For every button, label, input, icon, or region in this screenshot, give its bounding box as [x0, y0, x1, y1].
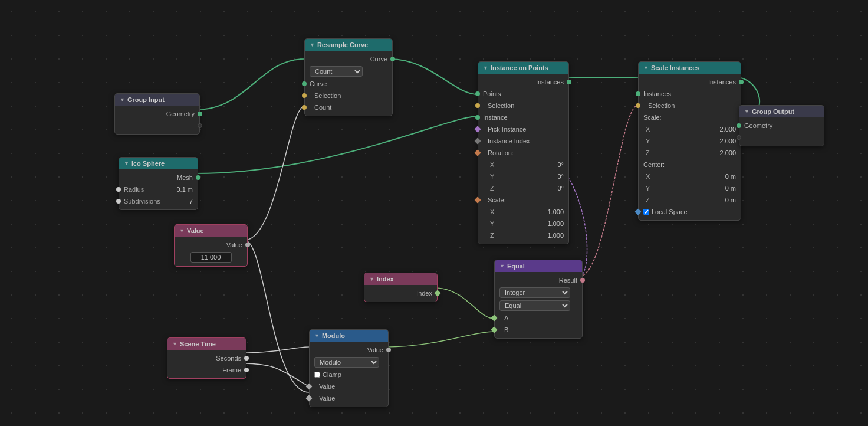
go-geometry-input: Geometry — [739, 120, 824, 132]
si-center-y: Y 0 m — [639, 182, 741, 194]
val-value-output: Value — [175, 239, 247, 251]
eq-a-socket[interactable] — [491, 314, 497, 321]
ico-radius-label: Radius — [124, 186, 176, 193]
si-cx-label: X — [646, 173, 725, 180]
instances-output-socket[interactable] — [567, 80, 571, 84]
iop-pick-instance-input: Pick Instance — [478, 123, 568, 135]
scale-instances-header[interactable]: ▼ Scale Instances — [639, 62, 741, 74]
ico-mesh-label: Mesh — [177, 174, 193, 181]
val-display-row: 11.000 — [175, 251, 247, 264]
equal-header[interactable]: ▼ Equal — [495, 260, 582, 272]
val-output-socket[interactable] — [245, 243, 250, 247]
ry-label: Y — [490, 173, 557, 180]
si-title: Scale Instances — [651, 64, 700, 71]
mod-output-socket[interactable] — [386, 348, 391, 352]
value-header[interactable]: ▼ Value — [175, 225, 247, 237]
si-instances-socket[interactable] — [636, 91, 640, 96]
go-title: Group Output — [752, 108, 794, 115]
val-display[interactable]: 11.000 — [190, 252, 232, 263]
local-space-socket[interactable] — [634, 208, 641, 215]
scene-time-node: ▼ Scene Time Seconds Frame — [167, 337, 246, 379]
val-collapse-icon: ▼ — [179, 228, 185, 234]
scene-time-header[interactable]: ▼ Scene Time — [167, 338, 246, 350]
st-title: Scene Time — [180, 340, 216, 348]
instance-index-socket[interactable] — [474, 137, 481, 144]
instance-on-points-header[interactable]: ▼ Instance on Points — [478, 62, 568, 74]
resample-curve-curve-output: Curve — [305, 53, 392, 65]
ico-sphere-header[interactable]: ▼ Ico Sphere — [119, 158, 198, 169]
curve-input-socket[interactable] — [302, 81, 307, 86]
idx-output-socket[interactable] — [434, 290, 440, 296]
instance-socket[interactable] — [475, 115, 480, 120]
idx-collapse-icon: ▼ — [369, 276, 374, 282]
curve-output-socket[interactable] — [390, 57, 395, 61]
iop-scale-label-row: Scale: — [478, 194, 568, 206]
iop-scale-x: X 1.000 — [478, 206, 568, 218]
mod-value2-label: Value — [314, 395, 335, 402]
st-frame-socket[interactable] — [244, 368, 249, 372]
rotation-socket[interactable] — [474, 149, 481, 156]
eq-b-input: B — [495, 324, 582, 336]
si-selection-socket[interactable] — [636, 103, 640, 108]
st-seconds-socket[interactable] — [244, 356, 249, 361]
si-cx-value: 0 m — [725, 173, 736, 180]
ico-title: Ico Sphere — [131, 160, 165, 167]
gi-geometry-output: Geometry — [115, 108, 199, 120]
eq-op-select[interactable]: Equal Not Equal Greater Than Less Than — [499, 300, 570, 311]
sz-label: Z — [490, 232, 547, 239]
si-instances-output-socket[interactable] — [739, 80, 744, 84]
eq-type-select[interactable]: Integer Float String — [499, 287, 570, 298]
iop-scale-y: Y 1.000 — [478, 218, 568, 230]
instance-label: Instance — [483, 114, 508, 121]
ry-value: 0° — [557, 173, 564, 180]
gi-geometry-socket[interactable] — [198, 112, 202, 116]
rz-value: 0° — [557, 185, 564, 192]
idx-output: Index — [364, 287, 437, 299]
group-output-header[interactable]: ▼ Group Output — [739, 106, 824, 117]
si-local-space-row: Local Space — [639, 206, 741, 218]
ico-radius-socket[interactable] — [116, 187, 121, 192]
mod-clamp-checkbox[interactable] — [314, 372, 320, 378]
go-geometry-socket[interactable] — [737, 123, 741, 128]
resample-count-input: Count — [305, 101, 392, 113]
ico-mesh-socket[interactable] — [196, 175, 200, 180]
mod-title: Modulo — [322, 332, 345, 339]
mod-value1-socket[interactable] — [305, 383, 312, 389]
iop-rotation-x: X 0° — [478, 159, 568, 171]
iop-instance-index-input: Instance Index — [478, 135, 568, 147]
iop-selection-socket[interactable] — [475, 103, 480, 108]
local-space-checkbox[interactable] — [643, 209, 649, 215]
mod-value-output: Value — [310, 344, 388, 356]
gi-geometry-label: Geometry — [166, 110, 195, 117]
scale-label: Scale: — [483, 196, 506, 204]
index-header[interactable]: ▼ Index — [364, 273, 437, 285]
si-selection-input: Selection — [639, 100, 741, 112]
eq-a-label: A — [499, 314, 508, 322]
group-input-node: ▼ Group Input Geometry — [114, 93, 200, 135]
si-sz-value: 2.000 — [719, 149, 736, 156]
instance-on-points-node: ▼ Instance on Points Instances Points Se… — [478, 61, 569, 244]
gi-collapse-icon: ▼ — [120, 97, 125, 103]
mod-value2-socket[interactable] — [305, 395, 312, 401]
eq-result-socket[interactable] — [580, 278, 585, 283]
selection-socket[interactable] — [302, 93, 307, 98]
pick-instance-socket[interactable] — [474, 126, 481, 132]
count-socket[interactable] — [302, 105, 307, 110]
ico-subdivisions-value: 7 — [189, 198, 193, 205]
ico-subdivisions-socket[interactable] — [116, 199, 121, 204]
modulo-header[interactable]: ▼ Modulo — [310, 330, 388, 342]
sx-label: X — [490, 208, 547, 215]
resample-mode-select[interactable]: Count Length Evaluated — [310, 66, 363, 77]
scale-socket[interactable] — [474, 196, 481, 203]
eq-b-socket[interactable] — [491, 326, 497, 333]
equal-node: ▼ Equal Result Integer Float String Equa… — [494, 260, 583, 339]
points-socket[interactable] — [475, 91, 480, 96]
index-node: ▼ Index Index — [364, 273, 438, 302]
resample-curve-header[interactable]: ▼ Resample Curve — [305, 39, 392, 51]
eq-collapse-icon: ▼ — [499, 263, 505, 269]
rz-label: Z — [490, 185, 557, 192]
group-input-header[interactable]: ▼ Group Input — [115, 94, 199, 106]
si-center-z: Z 0 m — [639, 194, 741, 206]
count-label: Count — [310, 104, 331, 111]
mod-op-select[interactable]: Modulo Add Subtract Multiply Divide — [314, 357, 379, 368]
